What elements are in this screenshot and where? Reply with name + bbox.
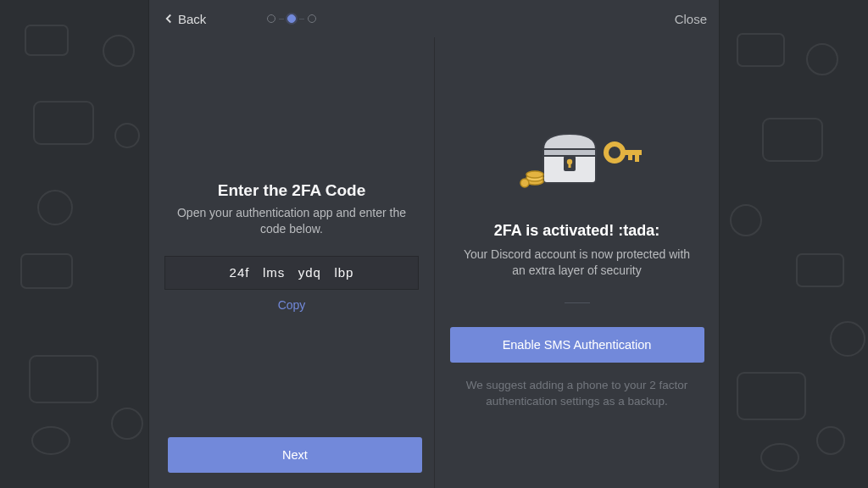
svg-rect-22 xyxy=(568,163,570,168)
svg-rect-8 xyxy=(737,34,784,66)
svg-rect-29 xyxy=(635,155,639,162)
svg-point-3 xyxy=(38,191,72,225)
svg-rect-2 xyxy=(34,102,93,144)
svg-rect-6 xyxy=(30,356,97,402)
svg-rect-12 xyxy=(797,254,843,286)
enter-code-subtitle: Open your authentication app and enter t… xyxy=(168,205,415,237)
svg-rect-19 xyxy=(543,149,596,156)
step-dot-2 xyxy=(287,14,296,23)
enable-sms-button[interactable]: Enable SMS Authentication xyxy=(450,327,704,363)
close-button[interactable]: Close xyxy=(675,12,707,26)
svg-rect-0 xyxy=(25,25,68,55)
panel-enter-code: Enter the 2FA Code Open your authenticat… xyxy=(149,37,434,488)
sms-hint: We suggest adding a phone to your 2 fact… xyxy=(460,378,693,410)
close-label: Close xyxy=(675,12,707,26)
step-indicator xyxy=(267,14,316,23)
step-dash xyxy=(279,19,284,19)
svg-rect-30 xyxy=(628,155,632,160)
svg-point-25 xyxy=(526,171,543,178)
activated-subtitle: Your Discord account is now protected wi… xyxy=(460,247,693,279)
svg-rect-28 xyxy=(621,150,642,155)
step-dash xyxy=(299,19,304,19)
svg-rect-10 xyxy=(763,119,822,161)
step-dot-1 xyxy=(267,14,275,23)
step-dot-3 xyxy=(308,14,316,23)
svg-rect-14 xyxy=(737,373,805,419)
svg-point-5 xyxy=(115,124,139,147)
divider xyxy=(565,302,590,303)
two-factor-modal: Back Close Enter the 2FA Code Open your … xyxy=(149,0,719,488)
svg-rect-4 xyxy=(21,254,72,288)
activation-illustration xyxy=(501,122,654,202)
back-label: Back xyxy=(178,12,206,26)
svg-point-15 xyxy=(817,427,844,454)
copy-link[interactable]: Copy xyxy=(278,298,306,312)
svg-point-16 xyxy=(32,427,70,454)
chevron-left-icon xyxy=(161,11,176,26)
code-input[interactable] xyxy=(164,256,419,290)
panel-activated: 2FA is activated! :tada: Your Discord ac… xyxy=(434,37,719,488)
svg-point-9 xyxy=(807,44,837,75)
svg-point-27 xyxy=(606,144,623,161)
modal-body: Enter the 2FA Code Open your authenticat… xyxy=(149,37,719,488)
modal-header: Back Close xyxy=(149,0,719,37)
svg-point-7 xyxy=(112,408,142,439)
svg-point-11 xyxy=(731,205,761,236)
enter-code-title: Enter the 2FA Code xyxy=(218,181,366,200)
activated-title: 2FA is activated! :tada: xyxy=(494,222,659,240)
next-button[interactable]: Next xyxy=(168,437,422,473)
back-button[interactable]: Back xyxy=(161,11,206,26)
svg-point-26 xyxy=(520,179,529,187)
svg-point-17 xyxy=(761,444,798,471)
svg-point-13 xyxy=(831,322,865,356)
svg-point-1 xyxy=(103,36,134,66)
